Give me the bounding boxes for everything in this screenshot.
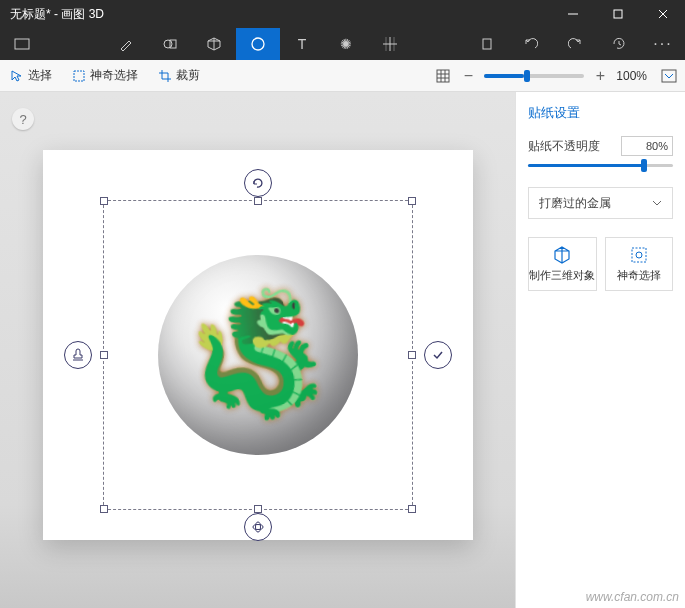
resize-handle-s[interactable] — [254, 505, 262, 513]
resize-handle-e[interactable] — [408, 351, 416, 359]
svg-rect-4 — [15, 39, 29, 49]
cube-icon — [552, 245, 572, 265]
fit-screen-icon[interactable] — [661, 69, 677, 83]
close-button[interactable] — [640, 0, 685, 28]
magic-select-tool[interactable]: 神奇选择 — [62, 60, 148, 91]
svg-point-5 — [164, 40, 172, 48]
3d-rotate-button[interactable] — [244, 513, 272, 541]
menu-button[interactable] — [0, 28, 44, 60]
svg-point-7 — [252, 38, 264, 50]
svg-rect-12 — [483, 39, 491, 49]
resize-handle-w[interactable] — [100, 351, 108, 359]
ribbon: T ✺ ··· — [0, 28, 685, 60]
selection-box[interactable]: 🐉 — [103, 200, 413, 510]
maximize-button[interactable] — [595, 0, 640, 28]
svg-point-23 — [636, 252, 642, 258]
title-bar: 无标题* - 画图 3D — [0, 0, 685, 28]
undo-button[interactable] — [509, 28, 553, 60]
magic-select-icon — [72, 69, 86, 83]
zoom-value: 100% — [616, 69, 647, 83]
svg-rect-14 — [437, 70, 449, 82]
dragon-sticker: 🐉 — [173, 275, 341, 435]
grid-icon — [436, 69, 450, 83]
magic-select-icon — [629, 245, 649, 265]
grid-toggle[interactable] — [426, 60, 460, 91]
svg-point-21 — [255, 522, 260, 532]
opacity-slider[interactable] — [528, 164, 673, 167]
window-title: 无标题* - 画图 3D — [10, 6, 550, 23]
side-panel: 贴纸设置 贴纸不透明度 80% 打磨过的金属 制作三维对象 神奇选择 — [515, 92, 685, 608]
more-button[interactable]: ··· — [641, 28, 685, 60]
confirm-button[interactable] — [424, 341, 452, 369]
opacity-input[interactable]: 80% — [621, 136, 673, 156]
resize-handle-se[interactable] — [408, 505, 416, 513]
svg-point-20 — [253, 525, 263, 530]
effects-tab[interactable]: ✺ — [324, 28, 368, 60]
resize-handle-nw[interactable] — [100, 197, 108, 205]
history-slider-button[interactable] — [597, 28, 641, 60]
cursor-icon — [10, 69, 24, 83]
redo-button[interactable] — [553, 28, 597, 60]
resize-handle-ne[interactable] — [408, 197, 416, 205]
sphere-object[interactable]: 🐉 — [158, 255, 358, 455]
text-tab[interactable]: T — [280, 28, 324, 60]
watermark: www.cfan.com.cn — [586, 590, 679, 604]
help-button[interactable]: ? — [12, 108, 34, 130]
canvas[interactable]: 🐉 — [43, 150, 473, 540]
svg-rect-19 — [662, 70, 676, 82]
zoom-in-button[interactable]: + — [592, 67, 608, 85]
resize-handle-n[interactable] — [254, 197, 262, 205]
panel-heading: 贴纸设置 — [528, 104, 673, 122]
chevron-down-icon — [652, 200, 662, 206]
stamp-button[interactable] — [64, 341, 92, 369]
stickers-tab[interactable] — [236, 28, 280, 60]
zoom-controls: − + 100% — [460, 67, 685, 85]
material-dropdown[interactable]: 打磨过的金属 — [528, 187, 673, 219]
magic-select-button[interactable]: 神奇选择 — [605, 237, 674, 291]
3d-shapes-tab[interactable] — [192, 28, 236, 60]
svg-rect-22 — [632, 248, 646, 262]
canvas-area[interactable]: ? 🐉 — [0, 92, 515, 608]
2d-shapes-tab[interactable] — [148, 28, 192, 60]
zoom-out-button[interactable]: − — [460, 67, 476, 85]
brushes-tab[interactable] — [104, 28, 148, 60]
opacity-label: 贴纸不透明度 — [528, 138, 600, 155]
material-value: 打磨过的金属 — [539, 195, 611, 212]
crop-icon — [158, 69, 172, 83]
select-tool[interactable]: 选择 — [0, 60, 62, 91]
sub-toolbar: 选择 神奇选择 裁剪 − + 100% — [0, 60, 685, 92]
window-controls — [550, 0, 685, 28]
svg-rect-13 — [74, 71, 84, 81]
minimize-button[interactable] — [550, 0, 595, 28]
zoom-slider[interactable] — [484, 74, 584, 78]
paste-button[interactable] — [465, 28, 509, 60]
canvas-tab[interactable] — [368, 28, 412, 60]
rotate-button[interactable] — [244, 169, 272, 197]
make-3d-button[interactable]: 制作三维对象 — [528, 237, 597, 291]
resize-handle-sw[interactable] — [100, 505, 108, 513]
svg-rect-1 — [614, 10, 622, 18]
crop-tool[interactable]: 裁剪 — [148, 60, 210, 91]
